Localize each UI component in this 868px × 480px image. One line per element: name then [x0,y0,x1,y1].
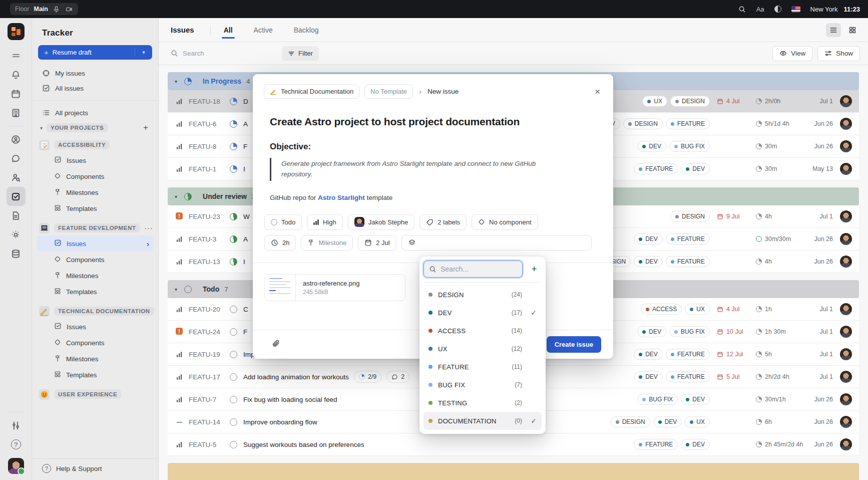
camera-icon[interactable] [65,5,73,13]
your-projects-header[interactable]: ▾ YOUR PROJECTS + [37,120,153,135]
tab-active[interactable]: Active [254,18,273,42]
microphone-icon[interactable] [53,5,61,13]
automation-icon[interactable] [7,225,26,244]
assignee-avatar[interactable] [840,303,852,315]
estimate-chip[interactable]: 2h [264,235,296,251]
active-call-pill[interactable]: Floor Main [10,3,78,15]
assignee-avatar[interactable] [840,393,852,405]
assignee-avatar[interactable] [840,140,852,152]
assignee-avatar[interactable] [840,438,852,450]
assignee-avatar[interactable] [840,95,852,107]
font-size-icon[interactable]: Aa [756,6,764,13]
drive-database-icon[interactable] [7,244,26,263]
label-option[interactable]: DESIGN(24) [423,286,542,304]
assignee-avatar[interactable] [840,326,852,338]
settings-sliders-icon[interactable] [7,416,26,435]
hr-recruiting-icon[interactable] [7,168,26,187]
project-sub-item[interactable]: Templates › [37,284,153,300]
astro-starlight-link[interactable]: Astro Starlight [318,194,365,201]
notifications-bell-icon[interactable] [7,65,26,84]
language-flag-icon[interactable] [791,6,800,12]
assignee-avatar[interactable] [840,233,852,245]
due-date-chip[interactable]: 2 Jul [358,235,396,251]
attachment-card[interactable]: astro-reference.png 245.58kB [264,274,405,301]
group-header[interactable]: ▾ [168,463,859,480]
project-header[interactable]: TECHNICAL DOCUMENTATION ··· [37,304,153,319]
project-sub-item[interactable]: Issues › [37,235,153,252]
parent-issue-chip[interactable] [401,235,592,251]
project-sub-item[interactable]: Issues › [37,319,153,335]
global-search-icon[interactable] [738,5,746,13]
milestone-chip[interactable]: Milestone [301,235,353,251]
documents-icon[interactable] [7,206,26,225]
project-header[interactable]: USER EXPERIENCE ··· [37,387,153,402]
assignee-chip[interactable]: Jakob Stephe [348,214,415,230]
close-icon[interactable]: × [593,85,602,98]
add-project-button[interactable]: + [140,123,151,133]
more-options-icon[interactable]: ··· [145,224,155,232]
project-sub-item[interactable]: Templates › [37,367,153,383]
messaging-chat-icon[interactable] [7,149,26,168]
tab-all[interactable]: All [224,18,233,42]
label-option[interactable]: UX(12) [423,340,542,358]
objective-heading[interactable]: Objective: [253,128,613,152]
label-option[interactable]: DEV(17)✓ [423,304,542,322]
project-sub-item[interactable]: Components › [37,335,153,351]
assignee-avatar[interactable] [840,163,852,175]
issue-title-input[interactable]: Create Astro project to host project doc… [253,99,613,128]
theme-contrast-icon[interactable] [774,6,781,13]
show-button[interactable]: Show [817,46,860,61]
issue-row[interactable]: ! FEATU-5 Suggest workouts based on pref… [168,433,859,456]
contacts-icon[interactable] [7,130,26,149]
tracker-icon[interactable] [7,187,26,206]
list-view-icon[interactable] [826,23,841,37]
labels-chip[interactable]: 2 labels [419,214,467,230]
workspace-logo[interactable] [8,23,25,40]
assignee-avatar[interactable] [840,416,852,428]
label-option[interactable]: ACCESS(14) [423,322,542,340]
project-sub-item[interactable]: Templates › [37,200,153,216]
project-sub-item[interactable]: Components › [37,252,153,268]
assignee-avatar[interactable] [840,118,852,130]
template-selector-chip[interactable]: No Template [364,84,413,99]
project-sub-item[interactable]: Milestones › [37,184,153,200]
project-sub-item[interactable]: Milestones › [37,351,153,367]
resume-draft-button[interactable]: + Resume draft ▾ [38,45,152,60]
assignee-avatar[interactable] [840,371,852,383]
filter-button[interactable]: Filter [282,46,319,61]
office-building-icon[interactable] [7,103,26,122]
grid-view-icon[interactable] [845,23,860,37]
project-header[interactable]: FEATURE DEVELOPMENT ··· [37,220,153,235]
priority-chip[interactable]: High [307,214,343,230]
search-input[interactable]: Search [171,50,251,57]
description-paragraph[interactable]: GitHub repo for Astro Starlight template [253,181,613,201]
help-support-button[interactable]: ? Help & Support [32,458,158,480]
chevron-down-icon[interactable]: ▾ [135,49,152,56]
label-option[interactable]: DOCUMENTATION(0)✓ [423,412,542,430]
project-sub-item[interactable]: Milestones › [37,268,153,284]
help-icon[interactable]: ? [7,435,26,454]
sidebar-item-all-projects[interactable]: All projects [37,105,153,120]
create-issue-button[interactable]: Create issue [547,336,601,353]
attach-file-button[interactable] [272,339,280,350]
sidebar-item-all-issues[interactable]: All issues [37,81,153,96]
view-button[interactable]: View [772,46,812,61]
labels-search-input[interactable]: Search... [423,261,523,278]
assignee-avatar[interactable] [840,256,852,268]
workspace-switcher-icon[interactable] [7,46,26,65]
component-chip[interactable]: No component [472,214,538,230]
status-chip[interactable]: Todo [264,214,302,230]
assignee-avatar[interactable] [840,210,852,222]
tab-backlog[interactable]: Backlog [294,18,319,42]
project-sub-item[interactable]: Issues › [37,152,153,168]
planner-calendar-icon[interactable] [7,84,26,103]
project-header[interactable]: ACCESSIBILITY ··· [37,137,153,152]
project-sub-item[interactable]: Components › [37,168,153,184]
description-quote[interactable]: Generate project framework from Astro St… [270,158,540,181]
project-selector-chip[interactable]: Technical Documentation [264,84,359,99]
current-user-avatar[interactable] [8,458,24,474]
assignee-avatar[interactable] [840,348,852,360]
label-option[interactable]: BUG FIX(7) [423,376,542,394]
add-label-button[interactable]: + [527,264,542,275]
sidebar-item-my-issues[interactable]: My issues [37,66,153,81]
